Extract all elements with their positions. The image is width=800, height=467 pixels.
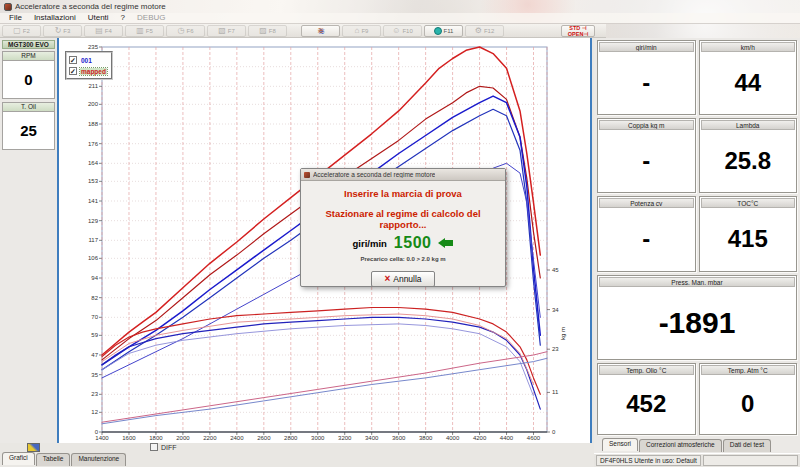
dialog-message-rpm: Stazionare al regime di calcolo del rapp…	[301, 208, 505, 230]
annulla-label: Annulla	[393, 274, 421, 284]
gauge-temp-atm-c: Temp. Atm °C0	[699, 363, 798, 435]
tool-f10-fkey: F10	[402, 28, 412, 34]
gauge-value: 25	[3, 112, 54, 149]
x-tick-label: 4200	[473, 435, 487, 441]
app-window: Acceleratore a seconda del regime motore…	[0, 0, 800, 467]
y-tick-label: 117	[88, 237, 98, 243]
titlebar[interactable]: Acceleratore a seconda del regime motore	[0, 0, 800, 13]
tool-curves-button[interactable]: ≋	[301, 25, 340, 37]
dialog-titlebar[interactable]: Acceleratore a seconda del regime motore	[301, 169, 505, 181]
legend-label: 001	[80, 57, 93, 64]
tool-f2-icon: ▢	[13, 27, 21, 35]
gauge-value: -1891	[598, 288, 796, 357]
tool-f8-button[interactable]: ▨F8	[248, 25, 287, 37]
tool-f3-button[interactable]: ↻F3	[43, 25, 82, 37]
tool-f4-button[interactable]: ▤F4	[84, 25, 123, 37]
tool-f8-icon: ▨	[259, 27, 267, 35]
status-user: DF4F0HLS Utente in uso: Default	[596, 455, 701, 466]
gauge-label: T. Oil	[3, 103, 54, 112]
tool-curves-icon: ≋	[317, 27, 324, 35]
toolbar: ▢F2↻F3▤F4▥F5◷F6▧F7▨F8≋⌂F9☺F10F11⚙F12STD …	[0, 24, 606, 38]
tool-f7-fkey: F7	[228, 28, 235, 34]
checkbox-icon[interactable]	[150, 443, 158, 451]
x-tick-label: 3400	[365, 435, 379, 441]
gauge-value: -	[598, 131, 695, 190]
menu-item-file[interactable]: File	[3, 13, 28, 23]
rpm-target-value: 1500	[394, 234, 432, 252]
tool-f5-fkey: F5	[146, 28, 153, 34]
tool-std-open-button[interactable]: STD ⊣OPEN⊣	[561, 25, 595, 37]
gauge-value: 415	[700, 209, 797, 269]
checkbox-icon[interactable]: ✓	[69, 56, 77, 64]
y-tick-label: 211	[88, 83, 98, 89]
diff-label: DIFF	[161, 444, 177, 451]
tab-sensori[interactable]: Sensori	[602, 438, 638, 451]
tool-f7-button[interactable]: ▧F7	[207, 25, 246, 37]
tab-manutenzione[interactable]: Manutenzione	[71, 453, 126, 466]
green-left-arrow-icon	[438, 238, 453, 248]
gauge-value: 0	[3, 61, 54, 98]
y-tick-label: 59	[91, 332, 98, 338]
tab-tabelle[interactable]: Tabelle	[36, 453, 71, 466]
gauge-toc-c: TOC°C415	[699, 196, 798, 272]
menu-item-[interactable]: ?	[115, 13, 131, 23]
tool-std-open-label: OPEN⊣	[568, 31, 588, 37]
x-tick-label: 2600	[257, 435, 271, 441]
y-tick-label: 188	[88, 121, 99, 127]
legend-item-mapped[interactable]: ✓mapped	[69, 67, 109, 75]
rpm-target-label: giri/min	[353, 238, 387, 249]
tool-f6-fkey: F6	[186, 28, 193, 34]
y-tick-label: 235	[88, 44, 99, 50]
gauge-temp-olio-c: Temp. Olio °C452	[597, 363, 696, 435]
graph-thumbnail-icon[interactable]	[27, 443, 40, 452]
gauge-label: Coppia kg m	[599, 120, 694, 130]
menu-item-debug[interactable]: DEBUG	[131, 13, 171, 23]
menu-item-utenti[interactable]: Utenti	[82, 13, 115, 23]
right-axis-label: kg m	[560, 327, 566, 340]
legend-label: mapped	[80, 68, 107, 75]
tool-f2-button[interactable]: ▢F2	[2, 25, 41, 37]
tool-f10-button[interactable]: ☺F10	[383, 25, 422, 37]
legend-item-001[interactable]: ✓001	[69, 56, 109, 64]
x-tick-label: 3200	[338, 435, 352, 441]
x-tick-label: 3800	[419, 435, 433, 441]
gauge-km-h: km/h44	[699, 40, 798, 115]
tab-dati-dei-test[interactable]: Dati dei test	[723, 439, 771, 452]
tool-f12-button[interactable]: ⚙F12	[465, 25, 504, 37]
tool-f11-button[interactable]: F11	[424, 25, 463, 37]
y-tick-label: 200	[88, 101, 99, 107]
tool-f4-fkey: F4	[105, 28, 112, 34]
tool-f5-button[interactable]: ▥F5	[125, 25, 164, 37]
tool-f3-icon: ↻	[55, 27, 62, 35]
left-gauge-toil: T. Oil25	[2, 102, 55, 150]
tab-correzioni-atmosferiche[interactable]: Correzioni atmosferiche	[639, 439, 722, 452]
right-tick-label: 23	[552, 346, 559, 352]
checkbox-icon[interactable]: ✓	[69, 67, 77, 75]
y-tick-label: 153	[88, 178, 99, 184]
tool-f6-button[interactable]: ◷F6	[166, 25, 205, 37]
tool-f9-button[interactable]: ⌂F9	[342, 25, 381, 37]
status-empty	[703, 455, 798, 466]
gauge-label: Press. Man. mbar	[599, 277, 795, 287]
gauge-label: Temp. Olio °C	[599, 365, 694, 375]
y-tick-label: 70	[91, 314, 98, 320]
dialog-title: Acceleratore a seconda del regime motore	[313, 171, 435, 178]
gauge-value: 44	[700, 53, 797, 112]
x-tick-label: 4000	[446, 435, 460, 441]
y-tick-label: 23	[91, 391, 98, 397]
diff-checkbox[interactable]: DIFF	[150, 443, 177, 451]
globe-icon	[434, 27, 442, 35]
x-tick-label: 2200	[203, 435, 217, 441]
gauge-giri-min: giri/min-	[597, 40, 696, 115]
right-tick-label: 45	[552, 267, 559, 273]
annulla-button[interactable]: × Annulla	[371, 271, 435, 287]
device-name: MGT300 EVO	[2, 40, 55, 49]
gauge-label: giri/min	[599, 42, 694, 52]
gauge-value: 452	[598, 376, 695, 432]
tab-grafici[interactable]: Grafici	[2, 452, 35, 465]
tool-f6-icon: ◷	[178, 27, 185, 35]
y-tick-label: 106	[88, 255, 99, 261]
menu-item-installazioni[interactable]: Installazioni	[28, 13, 82, 23]
left-gauge-rpm: RPM0	[2, 51, 55, 99]
x-tick-label: 1400	[95, 435, 109, 441]
